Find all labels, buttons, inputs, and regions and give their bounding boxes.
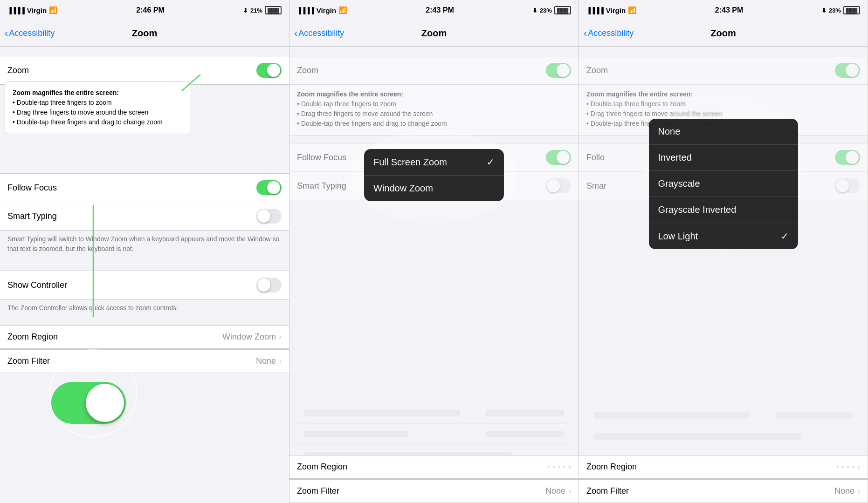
info-bullet-1b: • Drag three fingers to move around the …: [13, 109, 148, 116]
info-bold-1: Zoom magnifies the entire screen:: [13, 89, 119, 96]
big-toggle-1[interactable]: [51, 382, 126, 424]
info-text-1: Zoom magnifies the entire screen: • Doub…: [13, 88, 183, 127]
smart-typing-thumb-1: [257, 210, 270, 223]
zoom-filter-label-1: Zoom Filter: [7, 356, 50, 366]
back-label-1: Accessibility: [9, 28, 55, 38]
popup-item-grayscale-inverted-label-3: Grayscale Inverted: [658, 204, 737, 215]
blurred-line-3-1: [594, 412, 749, 419]
nav-bar-1: ‹ Accessibility Zoom: [0, 20, 289, 47]
follow-focus-toggle-1[interactable]: [256, 180, 282, 195]
popup-item-fullscreen-2[interactable]: Full Screen Zoom ✓: [364, 149, 504, 176]
zoom-filter-label-3: Zoom Filter: [586, 486, 629, 496]
carrier-2: Virgin: [317, 7, 336, 14]
zoom-toggle-3[interactable]: [835, 63, 860, 78]
status-bar-3: ▐▐▐▐ Virgin 📶 2:43 PM ⬇ 23% ▓▓▓: [579, 0, 868, 20]
follow-focus-row-1: Follow Focus: [0, 174, 289, 202]
blurred-row-3-1: [586, 405, 860, 426]
show-controller-toggle-1[interactable]: [256, 278, 282, 292]
chevron-icon-1: ‹: [5, 27, 8, 40]
popup-item-lowlight-3[interactable]: Low Light ✓: [649, 223, 798, 249]
battery-1: 21%: [250, 7, 262, 14]
zoom-region-row-3: Zoom Region - - - - ›: [579, 455, 868, 479]
zoom-region-value-2: - - - - ›: [547, 462, 571, 472]
smart-typing-label-1: Smart Typing: [7, 211, 57, 221]
zoom-row-1: Zoom: [0, 56, 289, 84]
zoom-toggle-thumb-2: [557, 64, 570, 77]
battery-icon-2: ▓▓▓: [554, 6, 571, 14]
nav-title-2: Zoom: [421, 28, 447, 39]
zoom-region-label-3: Zoom Region: [586, 462, 637, 472]
follow-focus-label-2: Follow Focus: [297, 153, 346, 163]
zoom-filter-text-2: None: [545, 486, 565, 496]
zoom-region-chevron-2: ›: [568, 462, 571, 472]
smart-typing-toggle-3[interactable]: [835, 178, 860, 193]
zoom-region-row-1: Zoom Region Window Zoom ›: [0, 325, 289, 349]
back-button-1[interactable]: ‹ Accessibility: [5, 27, 55, 40]
zoom-filter-row-3: Zoom Filter None ›: [579, 479, 868, 503]
nav-title-3: Zoom: [710, 28, 736, 39]
smart-typing-desc-block-1: Smart Typing will switch to Window Zoom …: [0, 231, 289, 261]
big-toggle-container-1: [51, 382, 126, 424]
zoom-controller-desc-1: The Zoom Controller allows quick access …: [0, 299, 289, 320]
blurred-row-1: [297, 403, 571, 424]
panel-1: ▐▐▐▐ Virgin 📶 2:46 PM ⬇ 21% ▓▓▓ ‹ Access…: [0, 0, 289, 503]
bottom-rows-2: Zoom Region - - - - › Zoom Filter None ›: [289, 455, 579, 503]
status-bar-2: ▐▐▐▐ Virgin 📶 2:43 PM ⬇ 23% ▓▓▓: [289, 0, 579, 20]
zoom-filter-value-1[interactable]: None ›: [256, 356, 282, 366]
zoom-filter-chevron-1: ›: [279, 356, 282, 366]
blurred-row-2: [297, 424, 571, 445]
wifi-icon-1: 📶: [49, 6, 58, 14]
follow-focus-rows-1: Follow Focus Smart Typing: [0, 173, 289, 231]
popup-item-none-3[interactable]: None: [649, 119, 798, 145]
back-label-2: Accessibility: [298, 28, 344, 38]
popup-item-grayscale-3[interactable]: Grayscale: [649, 171, 798, 197]
info-bullet-1c: • Double-tap three fingers and drag to c…: [13, 118, 163, 126]
smart-typing-thumb-2: [547, 179, 560, 192]
popup-item-inverted-3[interactable]: Inverted: [649, 145, 798, 171]
popup-item-fullscreen-label-2: Full Screen Zoom: [373, 157, 447, 168]
smart-typing-desc-1: Smart Typing will switch to Window Zoom …: [7, 234, 282, 254]
zoom-region-value-1[interactable]: Window Zoom ›: [222, 332, 282, 342]
smart-typing-toggle-1[interactable]: [256, 209, 282, 224]
zoom-region-label-2: Zoom Region: [297, 462, 347, 472]
popup-item-window-2[interactable]: Window Zoom: [364, 176, 504, 201]
zoom-section-3: Zoom: [579, 56, 868, 85]
popup-item-lowlight-label-3: Low Light: [658, 231, 698, 242]
follow-focus-toggle-2[interactable]: [546, 150, 571, 165]
smart-typing-toggle-2[interactable]: [546, 178, 571, 193]
show-controller-label-1: Show Controller: [7, 280, 67, 290]
popup-item-grayscale-inverted-3[interactable]: Grayscale Inverted: [649, 197, 798, 223]
follow-focus-toggle-3[interactable]: [835, 150, 860, 165]
battery-2: 23%: [540, 7, 552, 14]
popup-item-window-label-2: Window Zoom: [373, 183, 433, 194]
zoom-filter-chevron-2: ›: [568, 486, 571, 496]
status-right-1: ⬇ 21% ▓▓▓: [243, 6, 282, 14]
status-left-3: ▐▐▐▐ Virgin 📶: [586, 6, 637, 14]
popup-item-inverted-label-3: Inverted: [658, 152, 692, 163]
zoom-label-2: Zoom: [297, 66, 318, 75]
back-label-3: Accessibility: [588, 28, 634, 38]
smart-typing-thumb-3: [836, 179, 849, 192]
popup-item-grayscale-label-3: Grayscale: [658, 178, 700, 189]
zoom-toggle-thumb-1: [267, 64, 280, 77]
zoom-region-row-2: Zoom Region - - - - ›: [289, 455, 579, 479]
battery-icon-3: ▓▓▓: [843, 6, 860, 14]
zoom-region-label-1: Zoom Region: [7, 332, 58, 342]
zoom-toggle-2[interactable]: [546, 63, 571, 78]
carrier-1: Virgin: [27, 7, 47, 14]
popup-checkmark-fullscreen-2: ✓: [487, 156, 495, 168]
status-right-2: ⬇ 23% ▓▓▓: [532, 6, 571, 14]
zoom-filter-row-1: Zoom Filter None ›: [0, 349, 289, 373]
bluetooth-icon-3: ⬇: [821, 7, 827, 14]
zoom-region-value-3: - - - - ›: [836, 462, 860, 472]
carrier-3: Virgin: [606, 7, 626, 14]
zoom-toggle-1[interactable]: [256, 63, 282, 78]
time-1: 2:46 PM: [136, 6, 164, 14]
info-bold-3: Zoom magnifies the entire screen:: [586, 90, 693, 98]
blurred-row-3-2: [586, 426, 860, 447]
back-button-2[interactable]: ‹ Accessibility: [294, 27, 344, 40]
wifi-icon-3: 📶: [628, 6, 637, 14]
zoom-filter-row-2: Zoom Filter None ›: [289, 479, 579, 503]
follow-focus-thumb-3: [846, 151, 859, 164]
back-button-3[interactable]: ‹ Accessibility: [584, 27, 634, 40]
